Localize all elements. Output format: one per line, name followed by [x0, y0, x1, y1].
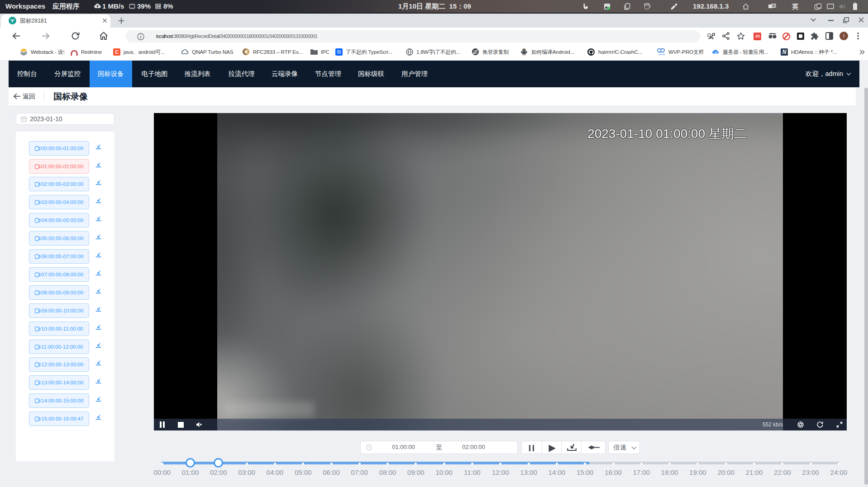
svg-text:WVP-PRO: WVP-PRO: [658, 54, 665, 56]
